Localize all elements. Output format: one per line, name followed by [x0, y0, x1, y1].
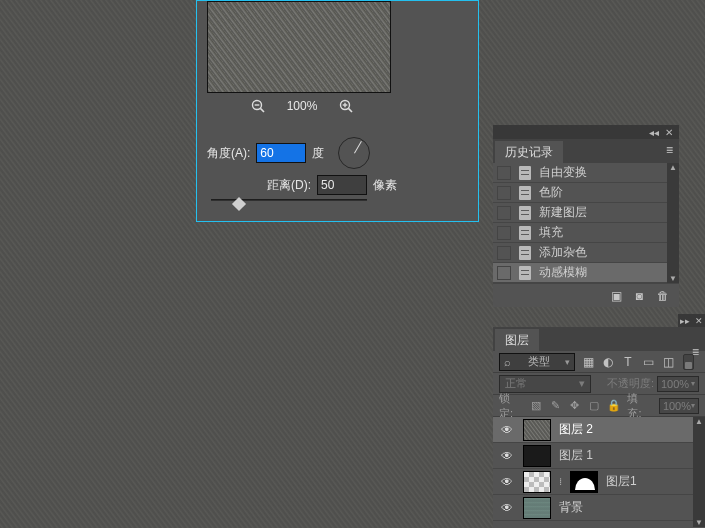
motion-blur-preview [207, 1, 391, 93]
motion-blur-dialog: 100% 角度(A): 度 距离(D): 像素 [196, 0, 479, 222]
angle-label: 角度(A): [207, 145, 250, 162]
opacity-value: 100% [661, 378, 689, 390]
zoom-in-icon[interactable] [339, 99, 353, 113]
document-icon [519, 226, 531, 240]
layer-mask-thumbnail [570, 471, 598, 493]
layer-name: 图层1 [606, 473, 637, 490]
scroll-down-icon[interactable]: ▼ [695, 518, 703, 527]
layers-scrollbar[interactable]: ▲ ▼ [693, 417, 705, 527]
mask-link-icon[interactable]: ⁞ [559, 476, 562, 487]
zoom-level: 100% [287, 99, 318, 113]
layers-list: 👁图层 2👁图层 1👁⁞图层1👁背景 ▲ ▼ [493, 417, 705, 527]
document-icon [519, 186, 531, 200]
distance-label: 距离(D): [267, 177, 311, 194]
tab-history[interactable]: 历史记录 [495, 141, 563, 163]
history-state-marker [497, 266, 511, 280]
visibility-toggle-icon[interactable]: 👁 [499, 474, 515, 490]
layers-panel: 图层 ≡ 类型 ▾ ▦ ◐ T ▭ ◫ 正常 ▾ 不透明度: 100% ▾ 锁定… [493, 327, 705, 528]
expand-icon[interactable]: ▸▸ [680, 316, 690, 326]
visibility-toggle-icon[interactable]: 👁 [499, 448, 515, 464]
history-item[interactable]: 自由变换 [493, 163, 679, 183]
layer-thumbnail [523, 445, 551, 467]
lock-label: 锁定: [499, 391, 522, 421]
angle-wheel[interactable] [338, 137, 370, 169]
lock-artboard-icon[interactable]: ▢ [588, 399, 599, 412]
distance-unit: 像素 [373, 177, 397, 194]
history-item-label: 新建图层 [539, 204, 587, 221]
visibility-toggle-icon[interactable]: 👁 [499, 500, 515, 516]
history-item[interactable]: 色阶 [493, 183, 679, 203]
history-item-label: 添加杂色 [539, 244, 587, 261]
tab-layers[interactable]: 图层 [495, 329, 539, 351]
layer-name: 图层 1 [559, 447, 593, 464]
chevron-down-icon: ▾ [691, 379, 695, 388]
visibility-toggle-icon[interactable]: 👁 [499, 422, 515, 438]
document-icon [519, 166, 531, 180]
fill-input[interactable]: 100% ▾ [659, 398, 699, 414]
collapse-icon[interactable]: ◂◂ [649, 127, 659, 138]
chevron-down-icon: ▾ [691, 401, 695, 410]
snapshot-icon[interactable]: ◙ [636, 289, 643, 303]
layer-thumbnail [523, 471, 551, 493]
lock-brush-icon[interactable]: ✎ [550, 399, 561, 412]
history-panel: ◂◂ ✕ 历史记录 ≡ 自由变换色阶新建图层填充添加杂色动感模糊 ▲ ▼ ▣ ◙… [493, 125, 679, 307]
svg-line-4 [349, 108, 353, 112]
history-item-label: 动感模糊 [539, 264, 587, 281]
layer-thumbnail [523, 419, 551, 441]
lock-pixels-icon[interactable]: ▧ [530, 399, 541, 412]
filter-pixel-icon[interactable]: ▦ [581, 355, 595, 369]
collapsed-panel-controls: ▸▸ ✕ [678, 314, 705, 328]
layer-row[interactable]: 👁⁞图层1 [493, 469, 705, 495]
trash-icon[interactable]: 🗑 [657, 289, 669, 303]
blend-mode-value: 正常 [505, 376, 527, 391]
layer-row[interactable]: 👁背景 [493, 495, 705, 521]
history-item[interactable]: 新建图层 [493, 203, 679, 223]
filter-smart-icon[interactable]: ◫ [661, 355, 675, 369]
opacity-label: 不透明度: [607, 376, 654, 391]
document-icon [519, 246, 531, 260]
panel-topbar: ◂◂ ✕ [493, 125, 679, 139]
angle-unit: 度 [312, 145, 324, 162]
filter-shape-icon[interactable]: ▭ [641, 355, 655, 369]
document-icon [519, 266, 531, 280]
layer-thumbnail [523, 497, 551, 519]
lock-all-icon[interactable]: 🔒 [607, 399, 619, 412]
angle-input[interactable] [256, 143, 306, 163]
opacity-input[interactable]: 100% ▾ [657, 376, 699, 392]
filter-toggle[interactable] [683, 354, 694, 370]
filter-type-layer-icon[interactable]: T [621, 355, 635, 369]
lock-position-icon[interactable]: ✥ [569, 399, 580, 412]
history-state-marker [497, 166, 511, 180]
history-state-marker [497, 206, 511, 220]
svg-line-1 [260, 108, 264, 112]
history-item-label: 自由变换 [539, 164, 587, 181]
scroll-up-icon[interactable]: ▲ [695, 417, 703, 426]
document-icon [519, 206, 531, 220]
fill-label: 填充: [627, 391, 650, 421]
distance-input[interactable] [317, 175, 367, 195]
history-item-label: 填充 [539, 224, 563, 241]
layer-name: 图层 2 [559, 421, 593, 438]
history-scrollbar[interactable]: ▲ ▼ [667, 163, 679, 283]
filter-type-label: 类型 [528, 354, 550, 369]
zoom-out-icon[interactable] [251, 99, 265, 113]
layer-row[interactable]: 👁图层 2 [493, 417, 705, 443]
filter-adjustment-icon[interactable]: ◐ [601, 355, 615, 369]
panel-menu-icon[interactable]: ≡ [666, 143, 673, 157]
history-state-marker [497, 226, 511, 240]
close-icon[interactable]: ✕ [695, 316, 703, 326]
scroll-up-icon[interactable]: ▲ [669, 163, 677, 172]
layer-row[interactable]: 👁图层 1 [493, 443, 705, 469]
history-state-marker [497, 246, 511, 260]
history-list: 自由变换色阶新建图层填充添加杂色动感模糊 ▲ ▼ [493, 163, 679, 283]
fill-value: 100% [663, 400, 691, 412]
history-item[interactable]: 填充 [493, 223, 679, 243]
history-state-marker [497, 186, 511, 200]
history-item[interactable]: 添加杂色 [493, 243, 679, 263]
close-icon[interactable]: ✕ [665, 127, 673, 138]
layer-filter-type-select[interactable]: 类型 ▾ [499, 353, 575, 371]
new-document-from-state-icon[interactable]: ▣ [611, 289, 622, 303]
history-item-label: 色阶 [539, 184, 563, 201]
scroll-down-icon[interactable]: ▼ [669, 274, 677, 283]
history-item[interactable]: 动感模糊 [493, 263, 679, 283]
